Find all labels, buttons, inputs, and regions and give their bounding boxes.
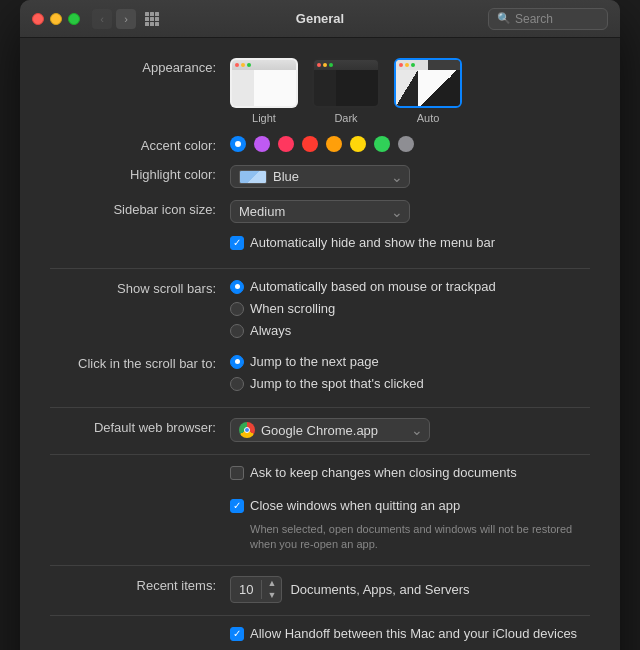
light-label: Light: [252, 112, 276, 124]
click-spot-radio[interactable]: [230, 377, 244, 391]
recent-items-control: 10 ▲ ▼ Documents, Apps, and Servers: [230, 576, 590, 603]
recent-items-control-row: 10 ▲ ▼ Documents, Apps, and Servers: [230, 576, 590, 603]
maximize-button[interactable]: [68, 13, 80, 25]
dark-thumb: [312, 58, 380, 108]
search-box[interactable]: 🔍 Search: [488, 8, 608, 30]
light-thumb: [230, 58, 298, 108]
appearance-dark[interactable]: Dark: [312, 58, 380, 124]
recent-items-suffix: Documents, Apps, and Servers: [290, 582, 469, 597]
ask-keep-spacer: [50, 465, 230, 467]
titlebar: ‹ › General 🔍 Search: [20, 0, 620, 38]
chrome-icon: [239, 422, 255, 438]
minimize-button[interactable]: [50, 13, 62, 25]
forward-button[interactable]: ›: [116, 9, 136, 29]
menu-bar-control: Automatically hide and show the menu bar: [230, 235, 590, 256]
click-scroll-label: Click in the scroll bar to:: [50, 354, 230, 371]
accent-colors: [230, 136, 590, 152]
highlight-color-row: Highlight color: Blue ⌄: [50, 165, 590, 188]
scroll-always-radio[interactable]: [230, 324, 244, 338]
dropdown-arrow-icon2: ⌄: [391, 205, 403, 219]
click-spot-row: Jump to the spot that's clicked: [230, 376, 590, 391]
accent-graphite[interactable]: [398, 136, 414, 152]
menu-bar-label: [50, 235, 230, 237]
stepper-down-button[interactable]: ▼: [262, 589, 281, 602]
ask-keep-checkbox-row: Ask to keep changes when closing documen…: [230, 465, 590, 480]
divider-4: [50, 565, 590, 566]
highlight-color-dropdown[interactable]: Blue ⌄: [230, 165, 410, 188]
handoff-spacer: [50, 626, 230, 628]
appearance-row: Appearance:: [50, 58, 590, 124]
click-next-row: Jump to the next page: [230, 354, 590, 369]
accent-orange[interactable]: [326, 136, 342, 152]
handoff-checkbox-row: Allow Handoff between this Mac and your …: [230, 626, 590, 641]
scroll-auto-label: Automatically based on mouse or trackpad: [250, 279, 496, 294]
accent-red[interactable]: [302, 136, 318, 152]
appearance-light[interactable]: Light: [230, 58, 298, 124]
accent-color-control: [230, 136, 590, 152]
default-browser-row: Default web browser: Google Chrome.app ⌄: [50, 418, 590, 442]
grid-view-button[interactable]: [142, 9, 162, 29]
sidebar-icon-size-label: Sidebar icon size:: [50, 200, 230, 217]
accent-green[interactable]: [374, 136, 390, 152]
close-windows-note: When selected, open documents and window…: [250, 522, 590, 553]
auto-thumb: [394, 58, 462, 108]
default-browser-control: Google Chrome.app ⌄: [230, 418, 590, 442]
sidebar-icon-size-dropdown[interactable]: Medium ⌄: [230, 200, 410, 223]
default-browser-dropdown[interactable]: Google Chrome.app ⌄: [230, 418, 430, 442]
click-scroll-row: Click in the scroll bar to: Jump to the …: [50, 354, 590, 395]
click-next-label: Jump to the next page: [250, 354, 379, 369]
settings-content: Appearance:: [20, 38, 620, 650]
click-next-radio[interactable]: [230, 355, 244, 369]
menu-bar-row: Automatically hide and show the menu bar: [50, 235, 590, 256]
window-title: General: [296, 11, 344, 26]
divider-1: [50, 268, 590, 269]
scroll-when-label: When scrolling: [250, 301, 335, 316]
accent-purple[interactable]: [254, 136, 270, 152]
search-placeholder: Search: [515, 12, 553, 26]
scroll-bars-control: Automatically based on mouse or trackpad…: [230, 279, 590, 342]
handoff-checkbox[interactable]: [230, 627, 244, 641]
ask-keep-control: Ask to keep changes when closing documen…: [230, 465, 590, 486]
appearance-label: Appearance:: [50, 58, 230, 75]
accent-yellow[interactable]: [350, 136, 366, 152]
close-button[interactable]: [32, 13, 44, 25]
close-windows-checkbox-row: Close windows when quitting an app: [230, 498, 590, 513]
scroll-when-row: When scrolling: [230, 301, 590, 316]
default-browser-value: Google Chrome.app: [261, 423, 378, 438]
scroll-when-radio[interactable]: [230, 302, 244, 316]
appearance-auto[interactable]: Auto: [394, 58, 462, 124]
auto-label: Auto: [417, 112, 440, 124]
menu-bar-checkbox-row: Automatically hide and show the menu bar: [230, 235, 590, 250]
menu-bar-checkbox-label: Automatically hide and show the menu bar: [250, 235, 495, 250]
back-button[interactable]: ‹: [92, 9, 112, 29]
scroll-auto-row: Automatically based on mouse or trackpad: [230, 279, 590, 294]
sidebar-icon-size-control: Medium ⌄: [230, 200, 590, 223]
grid-icon: [145, 12, 159, 26]
scroll-bars-row: Show scroll bars: Automatically based on…: [50, 279, 590, 342]
close-windows-spacer: [50, 498, 230, 500]
ask-keep-checkbox[interactable]: [230, 466, 244, 480]
handoff-label: Allow Handoff between this Mac and your …: [250, 626, 577, 641]
stepper-up-button[interactable]: ▲: [262, 577, 281, 590]
scroll-auto-radio[interactable]: [230, 280, 244, 294]
divider-5: [50, 615, 590, 616]
window: ‹ › General 🔍 Search Appearance:: [20, 0, 620, 650]
recent-items-row: Recent items: 10 ▲ ▼ Documents, Apps, an…: [50, 576, 590, 603]
accent-pink[interactable]: [278, 136, 294, 152]
accent-color-label: Accent color:: [50, 136, 230, 153]
close-windows-control: Close windows when quitting an app When …: [230, 498, 590, 553]
close-windows-checkbox[interactable]: [230, 499, 244, 513]
accent-color-row: Accent color:: [50, 136, 590, 153]
menu-bar-checkbox[interactable]: [230, 236, 244, 250]
recent-items-value: 10: [231, 580, 262, 599]
highlight-color-value: Blue: [273, 169, 299, 184]
nav-buttons: ‹ ›: [92, 9, 136, 29]
stepper-buttons: ▲ ▼: [262, 577, 281, 602]
divider-3: [50, 454, 590, 455]
handoff-control: Allow Handoff between this Mac and your …: [230, 626, 590, 647]
traffic-lights: [32, 13, 80, 25]
recent-items-stepper[interactable]: 10 ▲ ▼: [230, 576, 282, 603]
accent-blue[interactable]: [230, 136, 246, 152]
handoff-row: Allow Handoff between this Mac and your …: [50, 626, 590, 647]
sidebar-icon-size-value: Medium: [239, 204, 285, 219]
